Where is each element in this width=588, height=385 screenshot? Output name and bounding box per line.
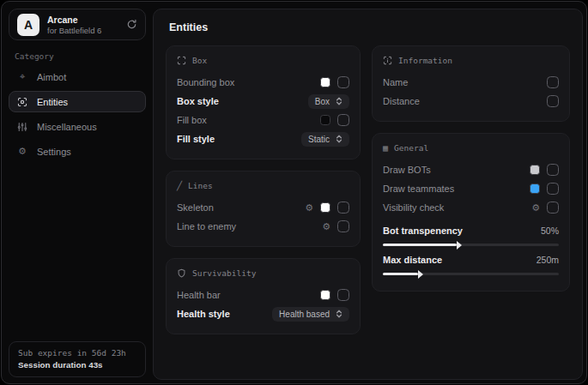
bounding-box-color-swatch[interactable] [320,77,330,87]
draw-teammates-label: Draw teammates [383,183,454,194]
subscription-info: Sub expires in 56d 23h Session duration … [9,341,146,377]
survivability-card-title: Survivability [192,268,256,278]
max-distance-slider[interactable] [383,273,559,275]
app-window: A Arcane for Battlefield 6 Category ⌖ Ai… [1,1,587,384]
health-bar-color-swatch[interactable] [320,290,330,300]
page-title: Entities [169,21,570,33]
sliders-icon [16,122,28,132]
draw-bots-color-swatch[interactable] [530,165,540,175]
skeleton-color-swatch[interactable] [320,202,330,213]
line-to-enemy-settings-gear-icon[interactable]: ⚙ [322,222,330,232]
slider-fill [383,273,418,275]
bot-transparency-slider[interactable] [383,244,559,246]
chevrons-updown-icon [336,310,342,318]
row-max-distance: Max distance 250m [383,252,559,268]
information-card: Information Name Distance [372,45,570,122]
box-style-dropdown[interactable]: Box [308,94,349,109]
sub-expires-text: Sub expires in 56d 23h [18,348,136,358]
left-column: Box Bounding box Box style Box [166,45,361,334]
distance-checkbox[interactable] [547,95,559,107]
sidebar-item-miscellaneous[interactable]: Miscellaneous [9,116,146,137]
row-distance: Distance [383,92,559,111]
sidebar-item-settings[interactable]: ⚙ Settings [9,141,146,162]
bot-transparency-group: Bot transpenency 50% [383,223,559,246]
max-distance-label: Max distance [383,255,442,265]
name-label: Name [383,77,408,87]
app-titles: Arcane for Battlefield 6 [47,15,101,35]
fill-box-label: Fill box [177,115,207,125]
fill-style-dropdown[interactable]: Static [301,132,349,147]
information-card-title: Information [398,56,452,65]
row-bounding-box: Bounding box [177,73,349,92]
main-panel: Entities Box Bounding box [153,9,583,380]
refresh-icon[interactable] [126,19,137,30]
sidebar-item-label: Entities [37,97,68,107]
chevrons-updown-icon [336,135,342,143]
fill-style-label: Fill style [177,134,215,144]
max-distance-group: Max distance 250m [383,252,559,275]
health-bar-checkbox[interactable] [337,289,349,301]
session-duration-text: Session duration 43s [18,360,136,370]
box-card-header: Box [177,56,349,65]
general-card-title: General [394,143,428,153]
lines-card-header: ╱ Lines [177,181,349,190]
slider-fill [383,244,457,246]
survivability-card-header: Survivability [177,268,349,278]
draw-bots-checkbox[interactable] [547,164,559,176]
right-column: Information Name Distance ▦ Gene [372,45,570,292]
box-style-label: Box style [177,96,219,106]
slider-thumb-arrow-icon[interactable] [418,270,423,279]
box-corners-icon [177,56,186,65]
sidebar-item-entities[interactable]: Entities [9,91,146,112]
fill-box-checkbox[interactable] [337,114,349,126]
visibility-check-label: Visibility check [383,202,444,213]
skeleton-settings-gear-icon[interactable]: ⚙ [305,203,313,213]
general-card: ▦ General Draw BOTs Draw teammates [372,133,570,292]
row-box-style: Box style Box [177,92,349,111]
sidebar-item-label: Aimbot [37,72,66,82]
row-skeleton: Skeleton ⚙ [177,198,349,217]
survivability-card: Survivability Health bar Health style He… [166,258,361,334]
bounding-box-checkbox[interactable] [337,76,349,88]
line-to-enemy-label: Line to enemy [177,221,236,232]
bot-transparency-label: Bot transpenency [383,226,463,236]
survivability-icon [177,268,186,278]
slider-thumb-arrow-icon[interactable] [457,241,462,250]
lines-card: ╱ Lines Skeleton ⚙ Line to enemy [166,171,361,247]
row-bot-transparency: Bot transpenency 50% [383,223,559,238]
box-style-value: Box [315,97,330,106]
health-style-label: Health style [177,309,230,319]
app-header: A Arcane for Battlefield 6 [9,9,146,40]
box-card: Box Bounding box Box style Box [166,45,361,159]
visibility-check-settings-gear-icon[interactable]: ⚙ [531,203,540,213]
health-bar-label: Health bar [177,290,221,300]
bounding-box-label: Bounding box [177,77,234,87]
card-columns: Box Bounding box Box style Box [166,45,570,334]
sidebar: A Arcane for Battlefield 6 Category ⌖ Ai… [2,2,153,383]
row-name: Name [383,73,559,92]
visibility-check-checkbox[interactable] [547,202,559,214]
draw-bots-label: Draw BOTs [383,165,431,175]
row-draw-teammates: Draw teammates [383,179,559,198]
row-fill-box: Fill box [177,111,349,129]
app-title: Arcane [47,15,101,25]
skeleton-checkbox[interactable] [337,202,349,214]
draw-teammates-checkbox[interactable] [547,183,559,195]
row-health-style: Health style Health based [177,304,349,323]
fill-box-color-swatch[interactable] [320,115,330,125]
category-label: Category [15,51,153,61]
draw-teammates-color-swatch[interactable] [530,183,540,194]
sidebar-item-aimbot[interactable]: ⌖ Aimbot [9,66,146,87]
row-fill-style: Fill style Static [177,129,349,148]
line-to-enemy-checkbox[interactable] [337,220,349,232]
sidebar-nav: ⌖ Aimbot Entities [2,66,153,162]
sidebar-item-label: Miscellaneous [37,122,97,132]
name-checkbox[interactable] [547,76,559,88]
row-line-to-enemy: Line to enemy ⚙ [177,217,349,236]
information-scan-icon [383,56,392,65]
app-logo: A [17,14,39,36]
general-card-header: ▦ General [383,143,559,153]
health-style-dropdown[interactable]: Health based [272,307,349,322]
app-subtitle: for Battlefield 6 [47,26,101,35]
entities-scan-icon [16,97,28,107]
